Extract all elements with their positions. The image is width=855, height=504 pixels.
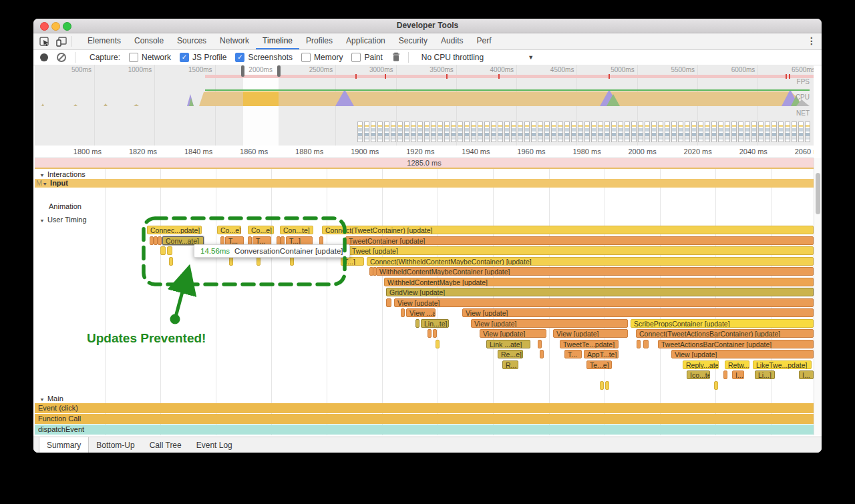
user-timing-tick[interactable]: [281, 236, 285, 245]
filmstrip-thumbnail[interactable]: [605, 121, 610, 142]
screenshot-filmstrip[interactable]: [357, 121, 812, 142]
filmstrip-thumbnail[interactable]: [638, 121, 643, 142]
filmstrip-thumbnail[interactable]: [544, 121, 550, 142]
filmstrip-thumbnail[interactable]: [731, 121, 737, 142]
user-timing-bar[interactable]: Con...te]: [280, 226, 313, 234]
filmstrip-thumbnail[interactable]: [371, 121, 376, 142]
filmstrip-thumbnail[interactable]: [631, 121, 637, 142]
user-timing-bar[interactable]: Li...]: [755, 370, 775, 379]
user-timing-bar[interactable]: Connect(TweetActionsBarContainer) [updat…: [636, 329, 814, 338]
user-timing-bar[interactable]: I...: [799, 370, 814, 379]
filmstrip-thumbnail[interactable]: [711, 121, 717, 142]
user-timing-bar[interactable]: TweetContainer [update]: [345, 236, 814, 245]
filmstrip-thumbnail[interactable]: [551, 121, 556, 142]
filmstrip-thumbnail[interactable]: [377, 121, 383, 142]
user-timing-tick[interactable]: [158, 236, 162, 245]
filmstrip-thumbnail[interactable]: [364, 121, 369, 142]
input-track-row[interactable]: M▼Input: [35, 179, 814, 188]
user-timing-bar[interactable]: View [update]: [553, 329, 628, 338]
capture-checkbox-paint[interactable]: Paint: [351, 53, 382, 62]
cpu-throttling-select[interactable]: No CPU throttling ▼: [421, 53, 534, 62]
user-timing-tick[interactable]: [723, 370, 727, 379]
filmstrip-thumbnail[interactable]: [424, 121, 430, 142]
filmstrip-thumbnail[interactable]: [705, 121, 710, 142]
user-timing-bar[interactable]: R...: [502, 360, 518, 369]
user-timing-tick[interactable]: [436, 340, 440, 348]
user-timing-bar[interactable]: Connec...pdate]: [147, 226, 202, 234]
tab-sources[interactable]: Sources: [170, 33, 213, 49]
main-track-row-dispatchevent[interactable]: dispatchEvent: [35, 425, 814, 435]
user-timing-bar[interactable]: T...]: [286, 236, 313, 245]
more-options-icon[interactable]: ⋮: [807, 35, 816, 46]
user-timing-bar[interactable]: T...: [225, 236, 244, 245]
user-timing-bar[interactable]: TweetTe...pdate]: [560, 340, 619, 348]
user-timing-bar[interactable]: Ico...te]: [687, 370, 710, 379]
filmstrip-thumbnail[interactable]: [745, 121, 750, 142]
filmstrip-thumbnail[interactable]: [611, 121, 617, 142]
tab-elements[interactable]: Elements: [81, 33, 128, 49]
filmstrip-thumbnail[interactable]: [484, 121, 490, 142]
filmstrip-thumbnail[interactable]: [618, 121, 623, 142]
user-timing-bar[interactable]: T...]: [341, 257, 364, 266]
tab-console[interactable]: Console: [128, 33, 170, 49]
checked-checkbox-icon[interactable]: ✓: [235, 53, 244, 62]
filmstrip-thumbnail[interactable]: [458, 121, 463, 142]
trash-icon[interactable]: [392, 52, 400, 63]
inspect-element-icon[interactable]: [39, 37, 50, 47]
filmstrip-thumbnail[interactable]: [431, 121, 436, 142]
user-timing-bar[interactable]: View ...ate]: [406, 308, 436, 317]
user-timing-bar[interactable]: Conv...ate]: [162, 236, 204, 245]
user-timing-tick[interactable]: [220, 236, 224, 245]
filmstrip-thumbnail[interactable]: [444, 121, 450, 142]
user-timing-tick[interactable]: [643, 340, 649, 348]
filmstrip-thumbnail[interactable]: [504, 121, 510, 142]
filmstrip-thumbnail[interactable]: [464, 121, 470, 142]
filmstrip-thumbnail[interactable]: [417, 121, 423, 142]
filmstrip-thumbnail[interactable]: [538, 121, 543, 142]
filmstrip-thumbnail[interactable]: [718, 121, 723, 142]
tab-network[interactable]: Network: [213, 33, 256, 49]
user-timing-tick[interactable]: [428, 329, 432, 338]
user-timing-bar[interactable]: ScribePropsContainer [update]: [631, 319, 814, 328]
user-timing-tick[interactable]: [540, 350, 544, 358]
filmstrip-thumbnail[interactable]: [778, 121, 784, 142]
selection-left-handle[interactable]: [241, 65, 244, 77]
filmstrip-thumbnail[interactable]: [511, 121, 516, 142]
user-timing-tick[interactable]: [605, 381, 609, 390]
user-timing-tick[interactable]: [229, 257, 233, 266]
main-track-row-event-click[interactable]: Event (click): [35, 403, 814, 413]
filmstrip-thumbnail[interactable]: [725, 121, 730, 142]
user-timing-tick[interactable]: [600, 381, 604, 390]
filmstrip-thumbnail[interactable]: [451, 121, 456, 142]
toggle-device-toolbar-icon[interactable]: [56, 37, 67, 47]
filmstrip-thumbnail[interactable]: [591, 121, 596, 142]
capture-checkbox-network[interactable]: Network: [129, 53, 171, 62]
user-timing-bar[interactable]: Connect(WithheldContentMaybeContainer) […: [367, 257, 814, 266]
filmstrip-thumbnail[interactable]: [471, 121, 476, 142]
filmstrip-thumbnail[interactable]: [411, 121, 416, 142]
tab-security[interactable]: Security: [392, 33, 434, 49]
user-timing-bar[interactable]: Co...e]: [217, 226, 241, 234]
user-timing-bar[interactable]: Re...e]: [498, 350, 523, 358]
filmstrip-thumbnail[interactable]: [524, 121, 530, 142]
filmstrip-thumbnail[interactable]: [738, 121, 743, 142]
user-timing-bar[interactable]: T...: [564, 350, 582, 358]
main-track-row-function-call[interactable]: Function Call: [35, 414, 814, 424]
timeline-overview[interactable]: 500ms1000ms1500ms2000ms2500ms3000ms3500m…: [35, 65, 814, 146]
user-timing-tick[interactable]: [637, 340, 641, 348]
filmstrip-thumbnail[interactable]: [384, 121, 389, 142]
filmstrip-thumbnail[interactable]: [751, 121, 757, 142]
collapse-triangle-icon[interactable]: ▼: [39, 218, 45, 224]
filmstrip-thumbnail[interactable]: [498, 121, 503, 142]
user-timing-tick[interactable]: [415, 319, 419, 328]
filmstrip-thumbnail[interactable]: [658, 121, 663, 142]
user-timing-bar[interactable]: Link ...ate]: [486, 340, 530, 348]
filmstrip-thumbnail[interactable]: [691, 121, 697, 142]
selection-right-handle[interactable]: [277, 65, 281, 77]
filmstrip-thumbnail[interactable]: [558, 121, 563, 142]
vertical-scrollbar[interactable]: [814, 158, 821, 435]
user-timing-bar[interactable]: WithheldContentMaybe [update]: [384, 278, 814, 286]
filmstrip-thumbnail[interactable]: [391, 121, 396, 142]
filmstrip-thumbnail[interactable]: [792, 121, 797, 142]
filmstrip-thumbnail[interactable]: [665, 121, 670, 142]
